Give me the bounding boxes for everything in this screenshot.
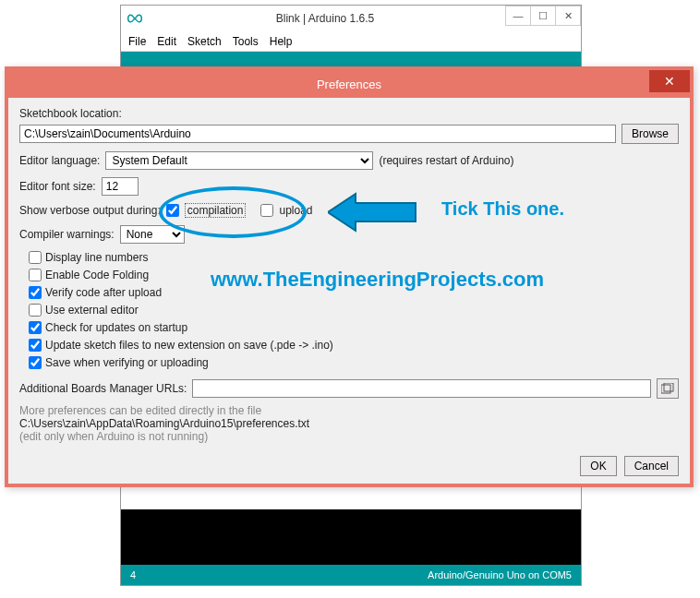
arduino-titlebar: Blink | Arduino 1.6.5 — ☐ ✕ [121,6,581,31]
external-editor-checkbox[interactable] [29,304,42,317]
menu-edit[interactable]: Edit [157,35,176,48]
minimize-button[interactable]: — [505,6,531,26]
sketchbook-location-label: Sketchbook location: [19,107,679,120]
upload-label: upload [279,204,312,217]
chk-label: Check for updates on startup [45,321,187,334]
font-size-input[interactable] [102,177,139,196]
save-when-verifying-checkbox[interactable] [29,356,42,369]
menu-help[interactable]: Help [270,35,293,48]
menu-file[interactable]: File [128,35,146,48]
sketchbook-location-input[interactable] [19,125,616,143]
font-size-label: Editor font size: [19,180,96,193]
chk-label: Update sketch files to new extension on … [45,339,333,352]
svg-rect-1 [664,383,673,391]
edit-only-note: (edit only when Arduino is not running) [19,430,679,443]
menu-sketch[interactable]: Sketch [187,35,222,48]
arduino-statusbar: 4 Arduino/Genuino Uno on COM5 [121,565,581,585]
chk-label: Use external editor [45,304,139,317]
browse-button[interactable]: Browse [622,124,679,144]
chk-label: Enable Code Folding [45,269,149,281]
verbose-label: Show verbose output during: [19,204,161,217]
more-preferences-note: More preferences can be edited directly … [19,404,679,417]
chk-label: Verify code after upload [45,286,162,299]
update-extension-checkbox[interactable] [29,339,42,352]
arduino-logo-icon [127,10,143,27]
svg-rect-0 [661,385,670,393]
menu-tools[interactable]: Tools [233,35,259,48]
additional-boards-label: Additional Boards Manager URLs: [19,382,187,395]
check-updates-checkbox[interactable] [29,321,42,334]
compilation-checkbox[interactable] [166,204,179,217]
maximize-button[interactable]: ☐ [530,6,556,26]
compiler-warnings-label: Compiler warnings: [19,228,115,241]
additional-boards-expand-button[interactable] [657,378,679,399]
upload-checkbox[interactable] [260,204,273,217]
status-line-number: 4 [130,569,136,580]
compiler-warnings-select[interactable]: None [120,225,185,244]
cancel-button[interactable]: Cancel [624,456,679,476]
display-line-numbers-checkbox[interactable] [29,251,42,264]
arduino-menubar: File Edit Sketch Tools Help [121,31,581,52]
chk-label: Save when verifying or uploading [45,356,209,369]
additional-boards-input[interactable] [192,379,651,398]
editor-language-label: Editor language: [19,154,100,167]
status-board-port: Arduino/Genuino Uno on COM5 [428,569,572,580]
compilation-label: compilation [185,203,247,218]
preference-checkboxes: Display line numbers Enable Code Folding… [29,251,679,369]
close-button[interactable]: ✕ [555,6,581,26]
verify-after-upload-checkbox[interactable] [29,286,42,299]
enable-code-folding-checkbox[interactable] [29,269,42,281]
window-controls: — ☐ ✕ [506,6,581,26]
preferences-file-path: C:\Users\zain\AppData\Roaming\Arduino15\… [19,417,679,430]
preferences-titlebar: Preferences ✕ [8,70,690,98]
preferences-close-button[interactable]: ✕ [649,70,690,92]
ok-button[interactable]: OK [580,456,616,476]
arduino-console [121,509,581,565]
preferences-dialog: Preferences ✕ Sketchbook location: Brows… [5,66,694,487]
editor-language-select[interactable]: System Default [105,151,373,170]
window-icon [661,383,674,394]
preferences-title: Preferences [317,78,381,91]
chk-label: Display line numbers [45,251,148,264]
restart-note: (requires restart of Arduino) [379,154,513,167]
